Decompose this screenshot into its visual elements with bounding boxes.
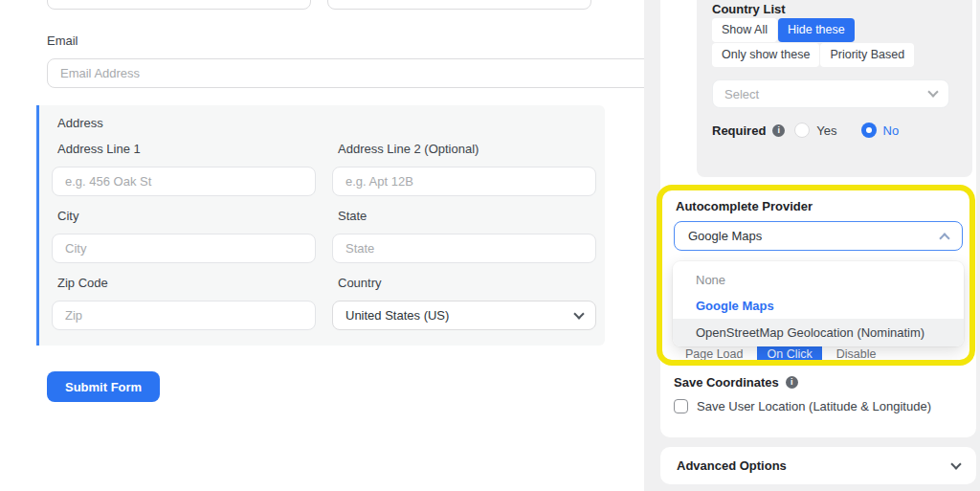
- address-line1-label: Address Line 1: [57, 142, 141, 156]
- state-input[interactable]: [332, 234, 596, 263]
- required-label: Required: [712, 123, 766, 138]
- required-setting-row: Required i Yes No: [712, 123, 899, 138]
- info-icon[interactable]: i: [786, 376, 798, 389]
- state-label: State: [338, 209, 367, 223]
- address-line1-input[interactable]: [52, 167, 316, 196]
- save-coordinates-row: Save Coordinates i: [674, 375, 798, 390]
- partial-input-left[interactable]: [47, 0, 311, 10]
- save-coordinates-label: Save Coordinates: [674, 375, 779, 390]
- mode-show-all-button[interactable]: Show All: [712, 18, 777, 42]
- zip-label: Zip Code: [57, 276, 108, 290]
- menu-option-none[interactable]: None: [673, 267, 964, 293]
- required-yes-label[interactable]: Yes: [816, 123, 836, 138]
- countries-select-placeholder: Select: [724, 87, 759, 101]
- save-user-location-row: Save User Location (Latitude & Longitude…: [674, 399, 931, 413]
- field-settings-card: Country List Show All Hide these Only sh…: [660, 0, 976, 437]
- info-icon[interactable]: i: [772, 124, 785, 137]
- save-user-location-checkbox[interactable]: [674, 399, 688, 413]
- autocomplete-provider-select[interactable]: Google Maps: [674, 221, 963, 251]
- menu-option-google-maps[interactable]: Google Maps: [673, 293, 964, 319]
- chevron-down-icon: [927, 86, 938, 97]
- required-no-radio[interactable]: [861, 123, 877, 138]
- country-list-label: Country List: [712, 2, 786, 16]
- city-input[interactable]: [52, 234, 316, 263]
- mode-only-show-these-button[interactable]: Only show these: [712, 43, 819, 67]
- advanced-options-label: Advanced Options: [677, 458, 787, 473]
- autocomplete-provider-value: Google Maps: [688, 229, 762, 243]
- mode-hide-these-button[interactable]: Hide these: [778, 18, 855, 42]
- address-line2-label: Address Line 2 (Optional): [338, 142, 479, 156]
- autocomplete-provider-menu: None Google Maps OpenStreetMap Geolocati…: [673, 261, 964, 346]
- countries-select[interactable]: Select: [712, 79, 949, 108]
- country-select[interactable]: United States (US): [332, 301, 596, 330]
- country-list-section: Country List Show All Hide these Only sh…: [697, 0, 972, 177]
- country-label: Country: [338, 276, 382, 290]
- email-label: Email: [47, 33, 78, 48]
- autocomplete-provider-label: Autocomplete Provider: [676, 199, 813, 213]
- address-fieldset[interactable]: Address Address Line 1 Address Line 2 (O…: [36, 105, 605, 346]
- email-input[interactable]: [47, 58, 691, 88]
- mode-priority-based-button[interactable]: Priority Based: [820, 43, 914, 67]
- submit-form-button[interactable]: Submit Form: [47, 371, 160, 402]
- address-line2-input[interactable]: [332, 167, 596, 196]
- partial-input-right[interactable]: [327, 0, 591, 10]
- save-user-location-label[interactable]: Save User Location (Latitude & Longitude…: [697, 399, 931, 413]
- chevron-down-icon: [573, 308, 584, 319]
- address-section-label: Address: [57, 116, 103, 130]
- zip-input[interactable]: [52, 301, 316, 330]
- country-select-value: United States (US): [345, 308, 449, 323]
- form-builder-screen: Email Address Address Line 1 Address Lin…: [0, 0, 980, 491]
- city-label: City: [57, 209, 78, 223]
- country-list-mode-group: Show All Hide these Only show these Prio…: [712, 18, 938, 68]
- form-preview-panel: Email Address Address Line 1 Address Lin…: [0, 0, 644, 491]
- menu-option-openstreetmap[interactable]: OpenStreetMap Geolocation (Nominatim): [673, 319, 964, 346]
- required-yes-radio[interactable]: [794, 123, 810, 138]
- chevron-down-icon: [950, 458, 961, 469]
- advanced-options-accordion[interactable]: Advanced Options: [660, 447, 976, 484]
- required-no-label[interactable]: No: [883, 123, 900, 138]
- chevron-up-icon: [939, 233, 949, 243]
